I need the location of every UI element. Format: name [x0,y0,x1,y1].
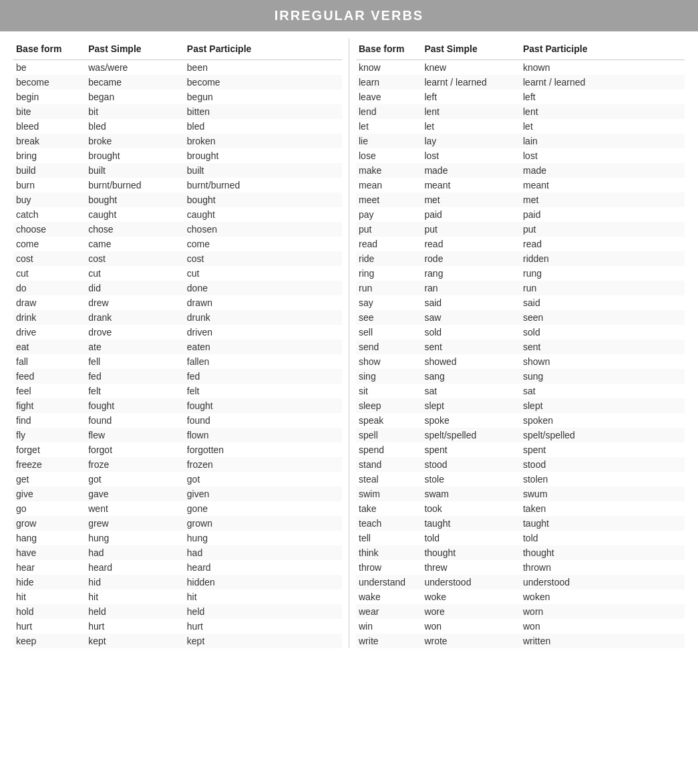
base-form: cut [13,266,85,281]
base-form: freeze [13,457,85,472]
table-row: make made made [356,163,685,178]
past-participle: bought [184,192,342,207]
base-form: fight [13,398,85,413]
past-simple: caught [85,207,184,222]
base-form: get [13,472,85,487]
past-simple: bit [85,104,184,119]
base-form: begin [13,90,85,104]
past-simple: stole [421,472,520,487]
base-form: cost [13,251,85,266]
base-form: find [13,413,85,428]
past-simple: made [421,163,520,178]
base-form: lend [356,104,421,119]
past-simple: chose [85,222,184,237]
past-participle: understood [520,575,685,590]
table-row: spell spelt/spelled spelt/spelled [356,428,685,442]
past-simple: read [421,237,520,251]
past-simple: took [421,501,520,516]
past-simple: drew [85,295,184,310]
past-simple: became [85,75,184,90]
past-participle: flown [184,428,342,442]
base-form: have [13,545,85,560]
base-form: tell [356,531,421,545]
base-form: be [13,60,85,76]
table-row: mean meant meant [356,178,685,192]
base-form: feel [13,384,85,398]
past-simple: fed [85,369,184,384]
table-row: forget forgot forgotten [13,442,342,457]
table-row: show showed shown [356,354,685,369]
table-row: win won won [356,619,685,634]
past-simple: sent [421,340,520,354]
past-participle: ridden [520,251,685,266]
past-participle: grown [184,516,342,531]
right-header-past: Past Simple [421,38,520,60]
table-row: choose chose chosen [13,222,342,237]
table-row: swim swam swum [356,487,685,501]
table-row: see saw seen [356,310,685,325]
past-participle: kept [184,634,342,648]
past-participle: fought [184,398,342,413]
table-row: send sent sent [356,340,685,354]
past-simple: froze [85,457,184,472]
past-participle: found [184,413,342,428]
past-participle: woken [520,590,685,604]
base-form: sit [356,384,421,398]
left-header-row: Base form Past Simple Past Participle [13,38,342,60]
past-participle: slept [520,398,685,413]
past-simple: taught [421,516,520,531]
past-simple: went [85,501,184,516]
base-form: wear [356,604,421,619]
table-row: think thought thought [356,545,685,560]
past-participle: lost [520,148,685,163]
base-form: burn [13,178,85,192]
past-participle: begun [184,90,342,104]
base-form: grow [13,516,85,531]
past-simple: brought [85,148,184,163]
base-form: wake [356,590,421,604]
table-row: find found found [13,413,342,428]
base-form: lie [356,134,421,148]
past-participle: taken [520,501,685,516]
past-participle: shown [520,354,685,369]
past-participle: won [520,619,685,634]
base-form: become [13,75,85,90]
past-participle: swum [520,487,685,501]
past-participle: stood [520,457,685,472]
base-form: stand [356,457,421,472]
table-row: ride rode ridden [356,251,685,266]
table-row: take took taken [356,501,685,516]
table-row: come came come [13,237,342,251]
past-simple: sang [421,369,520,384]
base-form: leave [356,90,421,104]
past-simple: rang [421,266,520,281]
past-simple: cost [85,251,184,266]
past-simple: hurt [85,619,184,634]
past-simple: thought [421,545,520,560]
past-participle: frozen [184,457,342,472]
base-form: steal [356,472,421,487]
table-row: have had had [13,545,342,560]
base-form: win [356,619,421,634]
past-simple: broke [85,134,184,148]
past-participle: stolen [520,472,685,487]
past-simple: paid [421,207,520,222]
past-participle: gone [184,501,342,516]
past-participle: fallen [184,354,342,369]
past-participle: spelt/spelled [520,428,685,442]
past-simple: found [85,413,184,428]
past-simple: learnt / learned [421,75,520,90]
table-row: eat ate eaten [13,340,342,354]
past-simple: understood [421,575,520,590]
past-participle: met [520,192,685,207]
left-header-base: Base form [13,38,85,60]
table-row: run ran run [356,281,685,295]
base-form: hear [13,560,85,575]
past-simple: forgot [85,442,184,457]
past-simple: met [421,192,520,207]
past-simple: spent [421,442,520,457]
past-simple: swam [421,487,520,501]
base-form: ring [356,266,421,281]
table-row: sleep slept slept [356,398,685,413]
base-form: drink [13,310,85,325]
